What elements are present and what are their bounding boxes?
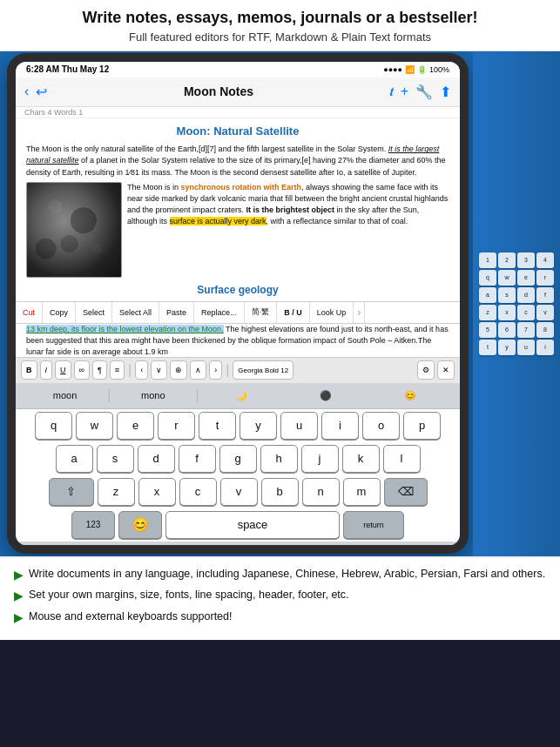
key-k[interactable]: k	[342, 445, 380, 473]
separator1: |	[128, 362, 132, 378]
replace-menu-item[interactable]: Replace...	[194, 302, 245, 323]
cursor-button[interactable]: ⊕	[170, 360, 187, 380]
key-e[interactable]: e	[117, 412, 154, 440]
nav-right: 𝒕 + 🔧 ⬆	[390, 84, 451, 100]
toolbar-settings-button[interactable]: ⚙	[417, 360, 435, 380]
select-menu-item[interactable]: Select	[76, 302, 112, 323]
toolbar-close-button[interactable]: ✕	[437, 360, 455, 380]
bullet-icon-3: ▶	[14, 609, 24, 626]
space-key[interactable]: space	[165, 511, 340, 539]
key-u[interactable]: u	[280, 412, 318, 440]
paste-menu-item[interactable]: Paste	[159, 302, 194, 323]
copy-menu-item[interactable]: Copy	[43, 302, 76, 323]
nav-bar: ‹ ↩ Moon Notes 𝒕 + 🔧 ⬆	[16, 77, 460, 107]
status-icons: ●●●● 📶 🔋 100%	[383, 65, 449, 74]
key-row-bottom: 123 😊 space return	[16, 508, 460, 542]
more-arrow[interactable]: ›	[354, 302, 365, 323]
key-n[interactable]: n	[302, 478, 340, 506]
list-button[interactable]: ≡	[110, 360, 125, 380]
key-q[interactable]: q	[35, 412, 72, 440]
nav-left: ‹ ↩	[24, 84, 47, 100]
bullet-text-2: Set your own margins, size, fonts, line …	[29, 588, 349, 602]
shift-key[interactable]: ⇧	[49, 478, 94, 506]
look-up-menu-item[interactable]: Look Up	[310, 302, 354, 323]
backspace-key[interactable]: ⌫	[384, 478, 428, 506]
suggestion-circle[interactable]: ⚫	[284, 390, 368, 401]
ipad-frame: 6:28 AM Thu May 12 ●●●● 📶 🔋 100% ‹ ↩ Moo…	[7, 53, 469, 554]
undo-button[interactable]: ↩	[36, 84, 47, 100]
status-bar: 6:28 AM Thu May 12 ●●●● 📶 🔋 100%	[16, 62, 460, 77]
ext-key-8: 8	[536, 322, 554, 338]
nav-left-button[interactable]: ‹	[135, 360, 148, 380]
col-right-text: The Moon is in synchronous rotation with…	[127, 182, 449, 278]
bullet-2: ▶ Set your own margins, size, fonts, lin…	[14, 588, 546, 604]
key-o[interactable]: o	[362, 412, 400, 440]
separator2: |	[226, 362, 229, 378]
key-a[interactable]: a	[56, 445, 93, 473]
nav-down-button[interactable]: ∨	[151, 360, 167, 380]
key-row-3: ⇧ z x c v b n m ⌫	[16, 475, 460, 508]
ext-key-u: u	[517, 340, 535, 355]
ext-key-a: a	[479, 287, 496, 303]
settings-button[interactable]: 🔧	[415, 84, 433, 100]
bullet-text-1: Write documents in any language, includi…	[29, 567, 545, 582]
key-v[interactable]: v	[220, 478, 258, 506]
key-i[interactable]: i	[321, 412, 359, 440]
link-button[interactable]: ∞	[74, 360, 90, 380]
key-p[interactable]: p	[403, 412, 441, 440]
key-h[interactable]: h	[260, 445, 298, 473]
key-j[interactable]: j	[301, 445, 339, 473]
key-y[interactable]: y	[240, 412, 277, 440]
external-keyboard: 1 2 3 4 q w e r a s d f z x c v 5 6 7 8 …	[473, 51, 560, 556]
font-button[interactable]: 𝒕	[390, 84, 394, 99]
moon-image	[26, 182, 122, 278]
ext-key-1: 1	[479, 252, 496, 268]
nav-up-button[interactable]: ∧	[190, 360, 206, 380]
device-wrapper: 6:28 AM Thu May 12 ●●●● 📶 🔋 100% ‹ ↩ Moo…	[0, 51, 560, 556]
select-all-menu-item[interactable]: Select All	[112, 302, 159, 323]
key-r[interactable]: r	[158, 412, 195, 440]
key-g[interactable]: g	[219, 445, 257, 473]
bold-button[interactable]: B	[21, 360, 37, 380]
key-c[interactable]: c	[179, 478, 217, 506]
suggestion-moon-emoji[interactable]: 🌙	[199, 390, 284, 401]
ext-key-i: i	[536, 340, 554, 355]
ext-key-z: z	[479, 305, 496, 320]
key-m[interactable]: m	[343, 478, 381, 506]
chars-bar: Chars 4 Words 1	[16, 107, 460, 118]
font-name[interactable]: Georgia Bold 12	[233, 360, 293, 380]
suggestion-smile[interactable]: 😊	[368, 390, 453, 401]
bottom-banner: ▶ Write documents in any language, inclu…	[0, 556, 560, 641]
italic-button[interactable]: I	[40, 360, 53, 380]
key-b[interactable]: b	[261, 478, 299, 506]
key-s[interactable]: s	[97, 445, 134, 473]
ext-key-3: 3	[517, 252, 535, 268]
key-d[interactable]: d	[138, 445, 175, 473]
ext-key-f: f	[536, 287, 554, 303]
nav-right-button[interactable]: ›	[209, 360, 222, 380]
key-t[interactable]: t	[199, 412, 236, 440]
add-button[interactable]: +	[401, 84, 408, 99]
ext-key-x: x	[498, 305, 516, 320]
key-z[interactable]: z	[98, 478, 135, 506]
bold-italic-menu-item[interactable]: B / U	[277, 302, 310, 323]
paragraph-button[interactable]: ¶	[92, 360, 107, 380]
key-f[interactable]: f	[179, 445, 216, 473]
share-button[interactable]: ⬆	[440, 84, 451, 100]
status-time: 6:28 AM Thu May 12	[26, 64, 109, 74]
key-x[interactable]: x	[138, 478, 176, 506]
cut-menu-item[interactable]: Cut	[16, 302, 43, 323]
emoji-key[interactable]: 😊	[118, 511, 162, 539]
bullet-icon-1: ▶	[14, 567, 24, 583]
suggestion-mono[interactable]: mono	[111, 390, 195, 400]
key-w[interactable]: w	[76, 412, 113, 440]
chinese-menu-item[interactable]: 简·繁	[245, 302, 278, 323]
numbers-key[interactable]: 123	[71, 511, 115, 539]
back-button[interactable]: ‹	[24, 84, 29, 99]
key-l[interactable]: l	[383, 445, 421, 473]
bullet-icon-2: ▶	[14, 588, 24, 604]
return-key[interactable]: return	[343, 511, 404, 539]
suggestion-moon[interactable]: moon	[23, 390, 107, 400]
underline-button[interactable]: U	[55, 360, 71, 380]
ext-key-t: t	[479, 340, 496, 355]
